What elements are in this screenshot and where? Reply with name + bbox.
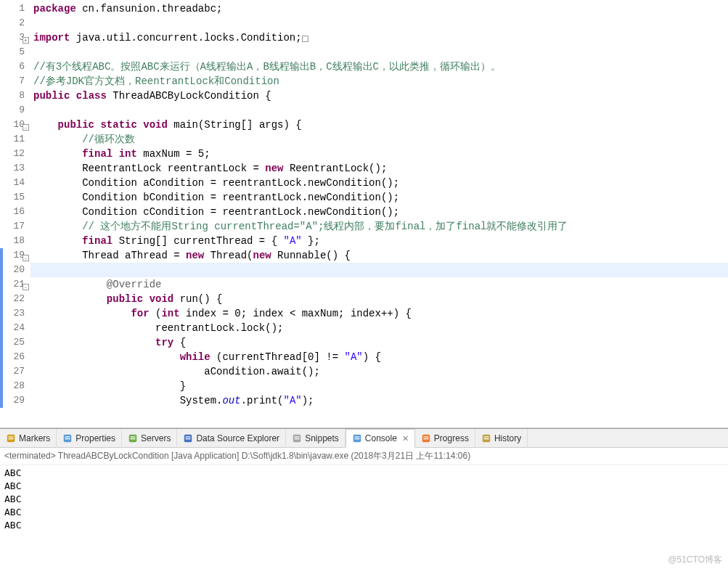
tab-markers[interactable]: Markers (0, 429, 57, 448)
tab-label: Snippets (305, 433, 339, 443)
line-number: 28 (0, 379, 30, 393)
code-line[interactable]: aCondition.await(); (30, 364, 728, 379)
code-line[interactable]: @Override (30, 277, 728, 292)
code-line[interactable]: public static void main(String[] args) { (30, 118, 728, 132)
code-line[interactable]: while (currentThread[0] != "A") { (30, 350, 728, 364)
line-number: 15 (0, 190, 30, 205)
change-marker (0, 393, 3, 408)
code-line[interactable]: final String[] currentThread = { "A" }; (30, 234, 728, 248)
code-line[interactable]: Thread aThread = new Thread(new Runnable… (30, 248, 728, 263)
properties-icon (62, 433, 73, 443)
code-line[interactable] (30, 103, 728, 118)
code-line[interactable] (30, 263, 728, 277)
line-number: 24 (0, 321, 30, 335)
code-line[interactable]: import java.util.concurrent.locks.Condit… (30, 30, 728, 45)
tab-label: Servers (141, 433, 171, 443)
console-line: ABC (4, 467, 724, 480)
line-number: 3+ (0, 30, 30, 45)
change-marker (0, 321, 3, 335)
code-line[interactable] (30, 16, 728, 30)
line-number: 7 (0, 74, 30, 89)
code-line[interactable]: public void run() { (30, 292, 728, 306)
console-line: ABC (4, 480, 724, 493)
svg-rect-7 (131, 436, 136, 437)
tab-progress[interactable]: Progress (415, 429, 475, 448)
line-number: 1 (0, 1, 30, 16)
code-line[interactable]: // 这个地方不能用String currentThread="A";线程内部，… (30, 219, 728, 234)
svg-rect-23 (483, 438, 488, 439)
line-number: 2 (0, 16, 30, 30)
line-number: 20 (0, 263, 30, 277)
collapse-icon[interactable]: - (22, 280, 29, 287)
code-line[interactable]: package cn.fansunion.threadabc; (30, 1, 728, 16)
change-marker (0, 335, 3, 350)
svg-rect-2 (9, 438, 14, 439)
code-line[interactable]: try { (30, 335, 728, 350)
console-line: ABC (4, 493, 724, 506)
code-line[interactable]: Condition aCondition = reentrantLock.new… (30, 176, 728, 190)
console-icon (352, 433, 362, 443)
svg-rect-17 (354, 438, 359, 439)
svg-rect-22 (483, 436, 488, 437)
line-number: 10- (0, 118, 30, 132)
code-line[interactable]: final int maxNum = 5; (30, 147, 728, 161)
collapse-icon[interactable]: - (22, 251, 29, 258)
svg-rect-8 (131, 438, 136, 439)
line-number: 19- (0, 248, 30, 263)
code-line[interactable]: //有3个线程ABC。按照ABC来运行（A线程输出A，B线程输出B，C线程输出C… (30, 60, 728, 74)
datasource-icon (183, 433, 193, 443)
line-number: 6 (0, 60, 30, 74)
line-number: 11 (0, 132, 30, 147)
line-number: 17 (0, 219, 30, 234)
watermark-text: @51CTO博客 (668, 554, 722, 566)
svg-rect-16 (354, 436, 359, 437)
code-line[interactable]: ReentrantLock reentrantLock = new Reentr… (30, 161, 728, 176)
change-marker (0, 306, 3, 321)
code-editor[interactable]: 123+5678910-111213141516171819-2021-2223… (0, 0, 728, 428)
change-marker (0, 263, 3, 277)
change-marker (0, 277, 3, 292)
tab-properties[interactable]: Properties (57, 429, 122, 448)
line-number: 14 (0, 176, 30, 190)
svg-rect-13 (295, 436, 300, 437)
tab-snippets[interactable]: Snippets (286, 429, 345, 448)
line-number: 27 (0, 364, 30, 379)
change-marker (0, 292, 3, 306)
code-content[interactable]: package cn.fansunion.threadabc;import ja… (30, 0, 728, 427)
code-line[interactable]: reentrantLock.lock(); (30, 321, 728, 335)
console-output[interactable]: ABCABCABCABCABC (0, 465, 728, 569)
tab-data-source[interactable]: Data Source Explorer (177, 429, 286, 448)
line-number: 29 (0, 393, 30, 408)
bottom-panel: MarkersPropertiesServersData Source Expl… (0, 428, 728, 569)
code-line[interactable]: Condition bCondition = reentrantLock.new… (30, 190, 728, 205)
code-line[interactable]: for (int index = 0; index < maxNum; inde… (30, 306, 728, 321)
code-line[interactable]: //参考JDK官方文档，ReentrantLock和Condition (30, 74, 728, 89)
line-number: 21- (0, 277, 30, 292)
code-line[interactable]: //循环次数 (30, 132, 728, 147)
line-number: 8 (0, 89, 30, 103)
console-line: ABC (4, 519, 724, 532)
collapse-icon[interactable]: - (22, 120, 29, 128)
tab-history[interactable]: History (475, 429, 528, 448)
tab-console[interactable]: Console✕ (345, 429, 415, 448)
console-line: ABC (4, 506, 724, 519)
svg-rect-1 (9, 436, 14, 437)
tab-servers[interactable]: Servers (122, 429, 177, 448)
history-icon (481, 433, 491, 443)
change-marker (0, 350, 3, 364)
code-line[interactable]: Condition cCondition = reentrantLock.new… (30, 205, 728, 219)
close-icon[interactable]: ✕ (402, 434, 409, 443)
line-number: 23 (0, 306, 30, 321)
line-number: 25 (0, 335, 30, 350)
console-status-bar: <terminated> ThreadABCByLockCondition [J… (0, 448, 728, 465)
change-marker (0, 364, 3, 379)
svg-rect-19 (423, 436, 428, 437)
code-line[interactable]: public class ThreadABCByLockCondition { (30, 89, 728, 103)
code-line[interactable]: System.out.print("A"); (30, 393, 728, 408)
expand-icon[interactable]: + (22, 33, 29, 41)
code-line[interactable]: } (30, 379, 728, 393)
tab-label: Markers (19, 433, 50, 443)
code-line[interactable] (30, 45, 728, 60)
svg-rect-10 (186, 436, 191, 437)
tab-label: Progress (434, 433, 469, 443)
